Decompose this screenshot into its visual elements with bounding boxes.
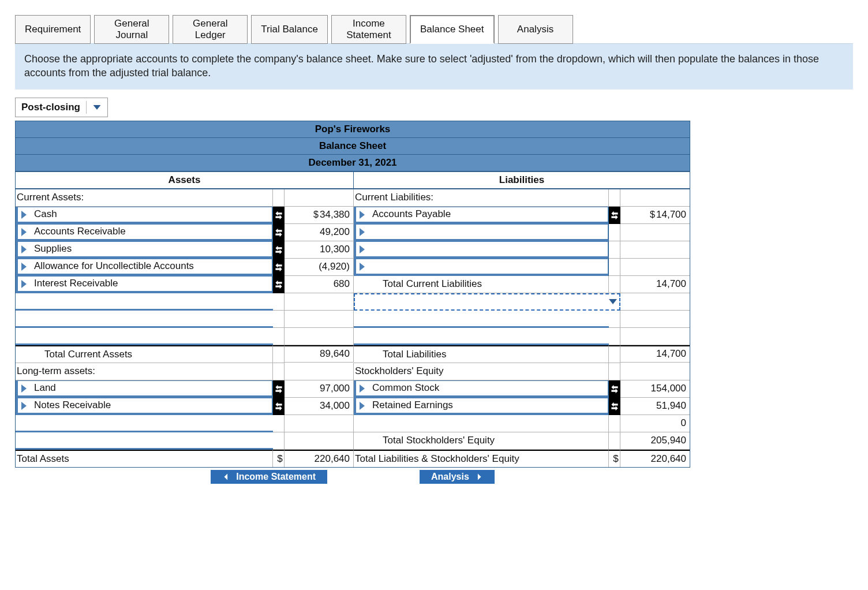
- bs-grid: Assets Liabilities Current Assets: Curre…: [15, 171, 690, 468]
- tab-balance-sheet[interactable]: Balance Sheet: [410, 15, 495, 44]
- next-button[interactable]: Analysis: [420, 470, 495, 484]
- instructions-text: Choose the appropriate accounts to compl…: [15, 43, 853, 89]
- trial-balance-select-label: Post-closing: [21, 102, 80, 113]
- asset-amount-4[interactable]: (4,920): [285, 259, 354, 276]
- swap-icon[interactable]: [273, 398, 285, 415]
- label-total-liab-equity: Total Liabilities & Stockholders' Equity: [354, 450, 609, 467]
- tab-trial-balance[interactable]: Trial Balance: [251, 15, 328, 44]
- total-current-assets-amount: 89,640: [285, 345, 354, 363]
- svg-marker-1: [225, 473, 228, 480]
- tab-analysis[interactable]: Analysis: [498, 15, 573, 44]
- chevron-down-icon: [92, 103, 102, 112]
- section-assets-title: Assets: [16, 172, 354, 189]
- liab-account-1[interactable]: Accounts Payable: [354, 207, 609, 224]
- swap-icon[interactable]: [273, 207, 285, 224]
- tab-general-ledger[interactable]: General Ledger: [173, 15, 248, 44]
- svg-marker-0: [93, 105, 101, 110]
- asset-amount-2[interactable]: 49,200: [285, 224, 354, 241]
- trial-balance-select[interactable]: Post-closing: [15, 98, 108, 117]
- liab-account-4[interactable]: [354, 259, 609, 276]
- liab-account-3[interactable]: [354, 241, 609, 259]
- bs-company: Pop's Fireworks: [15, 121, 690, 137]
- equity-1[interactable]: Common Stock: [354, 380, 609, 398]
- label-total-equity: Total Stockholders' Equity: [354, 432, 609, 450]
- bs-date: December 31, 2021: [15, 154, 690, 171]
- asset-account-4[interactable]: Allowance for Uncollectible Accounts: [16, 259, 273, 276]
- lt-asset-2[interactable]: Notes Receivable: [16, 398, 273, 415]
- equity-2[interactable]: Retained Earnings: [354, 398, 609, 415]
- equity-2-amount[interactable]: 51,940: [620, 398, 690, 415]
- total-equity-amount: 205,940: [620, 432, 690, 450]
- label-current-liabilities: Current Liabilities:: [354, 189, 609, 207]
- asset-account-5[interactable]: Interest Receivable: [16, 276, 273, 293]
- tab-requirement[interactable]: Requirement: [15, 15, 91, 44]
- asset-account-2[interactable]: Accounts Receivable: [16, 224, 273, 241]
- swap-icon[interactable]: [273, 380, 285, 398]
- asset-amount-1[interactable]: $34,380: [285, 207, 354, 224]
- label-current-assets: Current Assets:: [16, 189, 273, 207]
- selected-dropdown[interactable]: [354, 293, 620, 311]
- equity-1-amount[interactable]: 154,000: [620, 380, 690, 398]
- bottom-nav: Income Statement Analysis: [15, 470, 690, 484]
- label-total-current-liab: Total Current Liabilities: [354, 276, 609, 293]
- label-stockholders-equity: Stockholders' Equity: [354, 363, 609, 380]
- swap-icon[interactable]: [609, 380, 620, 398]
- lt-asset-1[interactable]: Land: [16, 380, 273, 398]
- total-liabilities-amount: 14,700: [620, 345, 690, 363]
- asset-account-1[interactable]: Cash: [16, 207, 273, 224]
- balance-sheet: Pop's Fireworks Balance Sheet December 3…: [15, 121, 690, 468]
- asset-amount-5[interactable]: 680: [285, 276, 354, 293]
- lt-asset-3[interactable]: [16, 415, 273, 432]
- total-liab-equity-amount: 220,640: [620, 450, 690, 467]
- svg-marker-2: [478, 473, 481, 480]
- swap-icon[interactable]: [273, 241, 285, 259]
- liab-amount-1[interactable]: $14,700: [620, 207, 690, 224]
- tabs-row: Requirement General Journal General Ledg…: [15, 15, 853, 44]
- equity-extra-amount[interactable]: 0: [620, 415, 690, 432]
- label-total-liabilities: Total Liabilities: [354, 345, 609, 363]
- asset-account-7[interactable]: [16, 311, 273, 328]
- label-total-assets: Total Assets: [16, 450, 273, 467]
- label-long-term-assets: Long-term assets:: [16, 363, 273, 380]
- liab-account-2[interactable]: [354, 224, 609, 241]
- swap-icon[interactable]: [609, 398, 620, 415]
- asset-account-6[interactable]: [16, 293, 273, 311]
- lt-asset-4[interactable]: [16, 432, 273, 450]
- chevron-left-icon: [222, 473, 230, 481]
- total-assets-amount: 220,640: [285, 450, 354, 467]
- liab-account-extra[interactable]: [354, 311, 609, 328]
- lt-asset-1-amount[interactable]: 97,000: [285, 380, 354, 398]
- chevron-down-icon: [609, 299, 617, 304]
- bs-title: Balance Sheet: [15, 137, 690, 154]
- swap-icon[interactable]: [609, 207, 620, 224]
- chevron-right-icon: [475, 473, 483, 481]
- swap-icon[interactable]: [273, 224, 285, 241]
- total-current-liab-amount: 14,700: [620, 276, 690, 293]
- section-liabilities-title: Liabilities: [354, 172, 690, 189]
- label-total-current-assets: Total Current Assets: [16, 345, 273, 363]
- asset-account-8[interactable]: [16, 328, 273, 345]
- asset-amount-3[interactable]: 10,300: [285, 241, 354, 259]
- swap-icon[interactable]: [273, 276, 285, 293]
- tab-income-statement[interactable]: Income Statement: [331, 15, 406, 44]
- prev-button[interactable]: Income Statement: [211, 470, 327, 484]
- lt-asset-2-amount[interactable]: 34,000: [285, 398, 354, 415]
- asset-account-3[interactable]: Supplies: [16, 241, 273, 259]
- swap-icon[interactable]: [273, 259, 285, 276]
- tab-general-journal[interactable]: General Journal: [94, 15, 169, 44]
